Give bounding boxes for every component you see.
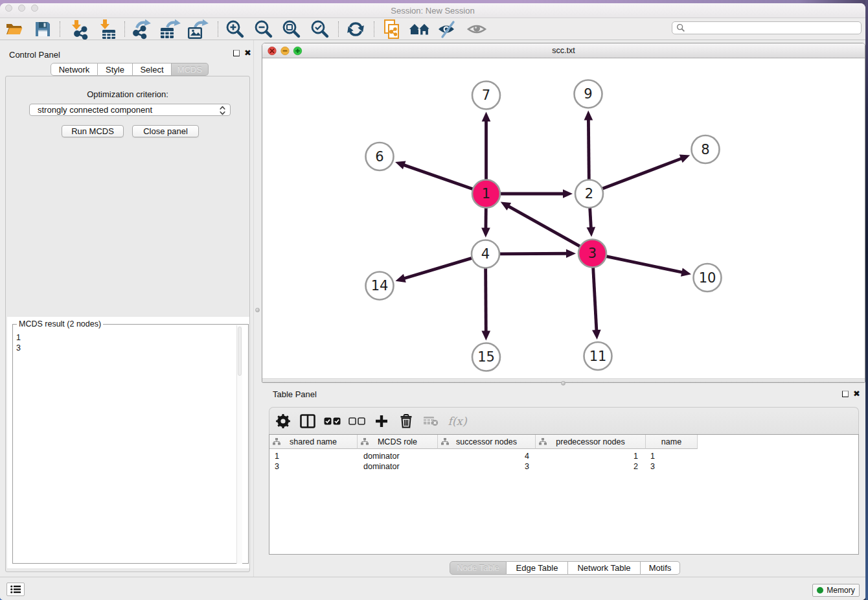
close-table-panel-icon[interactable]: ✖ [853,391,860,397]
import-network-button[interactable] [67,19,91,40]
task-history-button[interactable] [6,583,25,596]
mcds-result-text[interactable]: 1 3 [16,332,21,353]
cell-predecessor-nodes[interactable]: 1 [536,451,646,461]
graph-node-9[interactable]: 9 [575,80,602,108]
graph-node-4[interactable]: 4 [472,240,499,268]
cell-successor-nodes[interactable]: 4 [438,451,536,461]
network-canvas[interactable]: 1234678910111415 [262,59,865,379]
edge-3-1[interactable] [507,205,581,247]
function-builder-button[interactable]: f(x) [444,411,470,432]
edge-3-11[interactable] [593,266,597,332]
column-settings-button[interactable] [272,411,294,432]
table-row[interactable]: 1dominator411 [269,451,698,461]
hide-details-button[interactable] [436,19,459,40]
export-table-button[interactable] [158,19,181,40]
cell-mcds-role[interactable]: dominator [358,461,438,472]
cell-predecessor-nodes[interactable]: 2 [536,461,646,472]
edge-4-14[interactable] [403,258,474,279]
table-tab-node-table[interactable]: Node Table [450,561,507,575]
edge-2-3[interactable] [590,206,591,229]
edge-arrowhead [395,274,405,283]
deselect-all-button[interactable] [346,411,368,432]
node-label: 3 [588,246,597,261]
edge-arrowhead [395,161,405,169]
float-panel-icon[interactable] [233,50,240,56]
result-scrollbar[interactable] [236,325,242,564]
edge-1-6[interactable] [402,165,474,190]
network-overview-button[interactable] [381,19,404,40]
graph-node-7[interactable]: 7 [472,82,500,110]
graph-node-3[interactable]: 3 [578,240,606,268]
first-neighbors-button[interactable] [408,19,431,40]
table-tab-edge-table[interactable]: Edge Table [507,561,568,575]
close-panel-button[interactable]: Close panel [132,125,199,137]
column-header-shared-name[interactable]: shared name [269,435,358,449]
edge-2-9[interactable] [588,118,589,181]
search-input[interactable] [685,23,861,33]
table-tab-motifs[interactable]: Motifs [641,561,680,575]
export-image-button[interactable] [186,19,209,40]
edge-4-15[interactable] [486,266,486,332]
column-header-name[interactable]: name [646,435,698,449]
fit-content-button[interactable] [280,19,303,40]
show-details-button[interactable] [465,19,488,40]
open-session-button[interactable] [3,19,26,40]
graph-node-11[interactable]: 11 [584,342,612,370]
graph-node-6[interactable]: 6 [366,143,394,170]
toolbar-separator [374,21,374,37]
horizontal-splitter-handle[interactable] [561,381,565,386]
cell-successor-nodes[interactable]: 3 [438,461,536,472]
toggle-panel-mode-button[interactable] [297,411,319,432]
cell-shared-name[interactable]: 1 [269,451,358,461]
control-panel-title: Control Panel [9,50,60,60]
split-columns-icon [300,414,315,428]
graph-node-8[interactable]: 8 [692,135,720,163]
table-tab-network-table[interactable]: Network Table [568,561,641,575]
table-row[interactable]: 3dominator323 [269,461,698,472]
zoom-out-button[interactable] [252,19,275,40]
graph-node-10[interactable]: 10 [694,264,722,292]
control-tab-mcds[interactable]: MCDS [172,63,209,76]
zoom-in-button[interactable] [223,19,247,40]
add-column-button[interactable] [371,411,393,432]
node-label: 14 [371,278,389,294]
main-toolbar [0,19,865,40]
graph-node-1[interactable]: 1 [472,180,500,208]
vertical-splitter-handle[interactable] [255,308,260,312]
float-table-panel-icon[interactable] [842,391,849,397]
edge-4-3[interactable] [498,253,568,254]
import-table-button[interactable] [96,19,119,40]
delete-column-button[interactable] [395,411,417,432]
select-all-button[interactable] [321,411,343,432]
cell-shared-name[interactable]: 3 [269,461,358,472]
memory-label: Memory [827,586,854,595]
graph-node-2[interactable]: 2 [575,180,603,208]
toolbar-separator [218,21,218,37]
save-session-button[interactable] [31,19,54,40]
import-network-icon [69,19,89,40]
column-header-mcds-role[interactable]: MCDS role [358,435,438,449]
edge-3-10[interactable] [605,256,684,273]
control-tab-network[interactable]: Network [51,63,98,76]
delete-table-button[interactable] [420,411,442,432]
column-header-successor-nodes[interactable]: successor nodes [438,435,536,449]
optimization-criterion-select[interactable]: strongly connected component [29,104,231,116]
graph-node-15[interactable]: 15 [472,343,500,371]
cell-name[interactable]: 3 [646,461,698,472]
graph-node-14[interactable]: 14 [366,272,394,300]
edge-2-8[interactable] [601,158,683,189]
cell-name[interactable]: 1 [646,451,698,461]
control-tab-style[interactable]: Style [98,63,133,76]
memory-button[interactable]: Memory [812,584,860,597]
export-network-button[interactable] [130,19,154,40]
network-view-window: scc.txt 1234678910111415 [262,43,865,383]
network-graph[interactable]: 1234678910111415 [262,59,865,379]
apply-layout-button[interactable] [344,19,367,40]
zoom-selected-button[interactable] [308,19,332,40]
result-scrollbar-thumb[interactable] [238,327,242,376]
cell-mcds-role[interactable]: dominator [358,451,438,461]
run-mcds-button[interactable]: Run MCDS [62,125,124,137]
close-panel-icon[interactable]: ✖ [244,50,251,56]
column-header-predecessor-nodes[interactable]: predecessor nodes [536,435,646,449]
control-tab-select[interactable]: Select [133,63,172,76]
